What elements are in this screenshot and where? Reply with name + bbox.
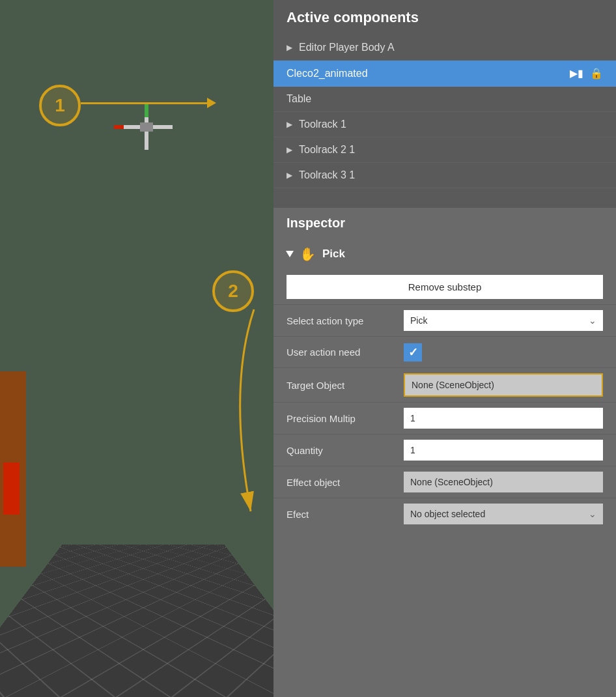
component-icons: ▶▮ 🔒 xyxy=(570,67,603,79)
active-components-title: Active components xyxy=(287,9,419,25)
svg-rect-3 xyxy=(145,104,148,117)
field-row-target-object: Target Object None (SceneObject) xyxy=(273,367,616,402)
select-action-type-dropdown[interactable]: Pick ⌄ xyxy=(404,310,603,331)
component-label: Cleco2_animated xyxy=(287,68,368,79)
component-item-table[interactable]: Table xyxy=(273,87,616,112)
tool-object xyxy=(114,101,179,156)
camera-icon: ▶▮ xyxy=(570,67,583,79)
expand-arrow-icon: ▶ xyxy=(287,171,292,180)
lock-icon: 🔒 xyxy=(590,67,603,79)
component-label: Table xyxy=(287,93,311,105)
inspector-body: ✋ Pick Remove substep Select action type… xyxy=(273,238,616,697)
component-item-toolrack21[interactable]: ▶ Toolrack 2 1 xyxy=(273,137,616,163)
inspector-title: Inspector xyxy=(287,216,345,230)
list-spacer xyxy=(273,188,616,208)
hand-icon: ✋ xyxy=(300,246,316,262)
field-label-efect: Efect xyxy=(287,509,404,520)
checkmark-icon: ✓ xyxy=(408,345,418,360)
inspector-header: Inspector xyxy=(273,208,616,238)
precision-multi-field[interactable]: 1 xyxy=(404,408,603,429)
efect-dropdown[interactable]: No object selected ⌄ xyxy=(404,504,603,524)
field-label-user-action-need: User action need xyxy=(287,347,404,358)
effect-object-field[interactable]: None (SceneObject) xyxy=(404,472,603,492)
component-label: Editor Player Body A xyxy=(299,42,395,53)
field-label-effect-object: Effect object xyxy=(287,477,404,488)
annotation-1-arrow xyxy=(81,102,211,104)
svg-rect-4 xyxy=(140,122,153,132)
field-row-precision-multi: Precision Multip 1 xyxy=(273,402,616,434)
svg-rect-2 xyxy=(114,125,124,129)
field-row-effect-object: Effect object None (SceneObject) xyxy=(273,466,616,498)
remove-substep-button[interactable]: Remove substep xyxy=(287,275,603,299)
field-label-select-action-type: Select action type xyxy=(287,315,404,326)
field-label-target-object: Target Object xyxy=(287,380,404,391)
field-row-select-action-type: Select action type Pick ⌄ xyxy=(273,304,616,336)
component-label: Toolrack 3 1 xyxy=(299,169,355,181)
annotation-2: 2 xyxy=(212,270,254,312)
component-label: Toolrack 1 xyxy=(299,119,346,130)
annotation-2-arrow xyxy=(215,290,267,520)
target-object-field[interactable]: None (SceneObject) xyxy=(404,373,603,397)
component-item-cleco2[interactable]: Cleco2_animated ▶▮ 🔒 xyxy=(273,61,616,87)
component-list: ▶ Editor Player Body A Cleco2_animated ▶… xyxy=(273,35,616,188)
3d-viewport: 1 2 xyxy=(0,0,273,697)
component-item-toolrack31[interactable]: ▶ Toolrack 3 1 xyxy=(273,163,616,188)
collapse-arrow-icon[interactable] xyxy=(286,251,294,257)
expand-arrow-icon: ▶ xyxy=(287,120,292,129)
chevron-down-icon: ⌄ xyxy=(589,509,596,519)
active-components-header: Active components xyxy=(273,0,616,35)
field-row-efect: Efect No object selected ⌄ xyxy=(273,498,616,530)
field-row-user-action-need: User action need ✓ xyxy=(273,336,616,367)
field-label-quantity: Quantity xyxy=(287,445,404,456)
pick-section-header: ✋ Pick xyxy=(273,238,616,270)
floor-grid xyxy=(0,545,273,697)
field-row-quantity: Quantity 1 xyxy=(273,434,616,466)
component-item-toolrack1[interactable]: ▶ Toolrack 1 xyxy=(273,112,616,137)
expand-arrow-icon: ▶ xyxy=(287,43,292,52)
pick-label: Pick xyxy=(322,248,345,261)
component-label: Toolrack 2 1 xyxy=(299,144,355,156)
right-panel: Active components ▶ Editor Player Body A… xyxy=(273,0,616,697)
red-object xyxy=(3,462,20,515)
quantity-field[interactable]: 1 xyxy=(404,440,603,461)
expand-arrow-icon: ▶ xyxy=(287,145,292,154)
chevron-down-icon: ⌄ xyxy=(589,315,596,326)
annotation-1: 1 xyxy=(39,85,81,126)
field-label-precision-multi: Precision Multip xyxy=(287,413,404,424)
user-action-need-checkbox[interactable]: ✓ xyxy=(404,343,422,362)
component-item-editor-player-body[interactable]: ▶ Editor Player Body A xyxy=(273,35,616,61)
